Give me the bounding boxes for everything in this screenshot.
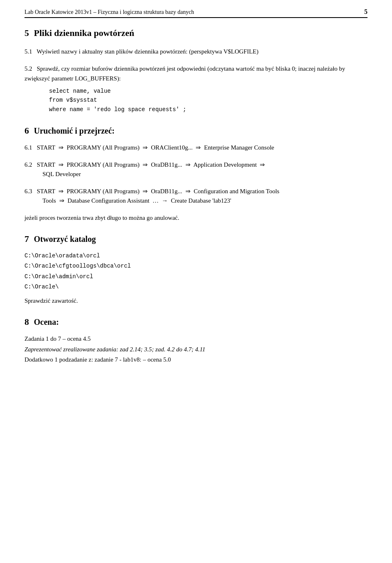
section-8-title: 8 Ocena: — [24, 317, 368, 327]
sub61-text: START — [37, 144, 55, 151]
page-number: 5 — [364, 8, 368, 16]
sub63-num: 6.3 — [24, 188, 32, 194]
sub63-arrow3: ⇒ — [185, 188, 191, 194]
sub62-programy: PROGRAMY (All Programs) — [67, 161, 140, 168]
sub62-arrow2: ⇒ — [143, 161, 148, 168]
sub61-arrow2: ⇒ — [143, 144, 148, 151]
subsection-6-1: 6.1 START ⇒ PROGRAMY (All Programs) ⇒ OR… — [24, 143, 368, 152]
sub62-path: OraDB11g... — [151, 161, 183, 168]
sub62-text: START — [37, 161, 55, 168]
sub63-arrow5: → — [162, 197, 168, 204]
sub61-num: 6.1 — [24, 144, 32, 151]
sub62-dest: SQL Developer — [42, 170, 368, 179]
sub62-arrow3: ⇒ — [185, 161, 191, 168]
catalog-paths: C:\Oracle\oradata\orclC:\Oracle\cfgtooll… — [24, 251, 368, 292]
section-5-title: 5 Pliki dziennika powtórzeń — [24, 28, 368, 38]
section-6-title: 6 Uruchomić i przejrzeć: — [24, 125, 368, 136]
sub62-arrow4: ⇒ — [260, 161, 265, 168]
sub52-code: select name, value from v$sysstat where … — [49, 87, 368, 114]
sub62-num: 6.2 — [24, 161, 32, 168]
sub61-arrow3: ⇒ — [196, 144, 201, 151]
section-6-number: 6 — [24, 125, 29, 136]
sub63-arrow4: ⇒ — [59, 197, 65, 204]
page-header: Lab Oracle Katowice 2013v1 – Fizyczna i … — [24, 8, 368, 18]
sub62-appdev: Application Development — [193, 161, 256, 168]
ocena-item: Zadania 1 do 7 – ocena 4.5 — [24, 334, 368, 344]
sub61-programy: PROGRAMY (All Programs) — [67, 144, 140, 151]
catalog-path-item: C:\Oracle\admin\orcl — [24, 272, 368, 282]
section-5: 5 Pliki dziennika powtórzeń 5.1 Wyświetl… — [24, 28, 368, 114]
subsection-6-2: 6.2 START ⇒ PROGRAMY (All Programs) ⇒ Or… — [24, 160, 368, 179]
catalog-path-item: C:\Oracle\oradata\orcl — [24, 251, 368, 261]
catalog-path-item: C:\Oracle\cfgtoollogs\dbca\orcl — [24, 261, 368, 271]
subsection-5-1: 5.1 Wyświetl nazwy i aktualny stan plikó… — [24, 47, 368, 56]
sub63-arrow1: ⇒ — [58, 188, 64, 194]
sub63-programy: PROGRAMY (All Programs) — [67, 188, 140, 194]
section-5-title-text: Pliki dziennika powtórzeń — [34, 28, 134, 38]
sub51-text: Wyświetl nazwy i aktualny stan plików dz… — [37, 48, 258, 55]
sub63-text: START — [37, 188, 55, 194]
sub63-arrow2: ⇒ — [143, 188, 148, 194]
ocena-items: Zadania 1 do 7 – ocena 4.5Zaprezentować … — [24, 334, 368, 365]
sub62-arrow1: ⇒ — [58, 161, 64, 168]
sub52-intro: Sprawdź, czy rozmiar buforów dziennika p… — [24, 65, 345, 82]
section-6: 6 Uruchomić i przejrzeć: 6.1 START ⇒ PRO… — [24, 125, 368, 222]
sub52-num: 5.2 — [24, 65, 32, 72]
sub63-dest1: Configuration and Migration Tools — [194, 188, 279, 194]
ocena-item: Zaprezentować zrealizowane zadania: zad … — [24, 344, 368, 355]
sub63-dest2: Database Configuration Assistant — [67, 197, 149, 204]
section-7-title: 7 Otworzyć katalog — [24, 234, 368, 244]
section-6-title-text: Uruchomić i przejrzeć: — [34, 126, 115, 136]
section7-note: Sprawdzić zawartość. — [24, 296, 368, 306]
sub61-arrow1: ⇒ — [58, 144, 64, 151]
header-title: Lab Oracle Katowice 2013v1 – Fizyczna i … — [24, 9, 194, 16]
sub63-ellipsis: … — [152, 197, 158, 204]
sub63-tools-label: Tools — [42, 197, 56, 204]
subsection-5-2: 5.2 Sprawdź, czy rozmiar buforów dzienni… — [24, 64, 368, 114]
section-8-number: 8 — [24, 317, 29, 327]
sub61-dest: Enterprise Manager Console — [204, 144, 274, 151]
sub63-dest3: Create Database 'lab123' — [171, 197, 231, 204]
subsection-6-3: 6.3 START ⇒ PROGRAMY (All Programs) ⇒ Or… — [24, 186, 368, 206]
catalog-paths-block: C:\Oracle\oradata\orclC:\Oracle\cfgtooll… — [24, 251, 368, 305]
section-8-title-text: Ocena: — [34, 317, 59, 327]
sub61-path: ORAClient10g... — [151, 144, 193, 151]
ocena-item: Dodatkowo 1 podzadanie z: zadanie 7 - la… — [24, 355, 368, 365]
catalog-path-item: C:\Oracle\ — [24, 282, 368, 292]
section-8: 8 Ocena: Zadania 1 do 7 – ocena 4.5Zapre… — [24, 317, 368, 365]
section-7-number: 7 — [24, 234, 29, 244]
section6-note: jeżeli proces tworzenia trwa zbyt długo … — [24, 213, 368, 223]
sub63-path: OraDB11g... — [151, 188, 183, 194]
sub51-num: 5.1 — [24, 48, 32, 55]
section-7-title-text: Otworzyć katalog — [34, 235, 96, 244]
section-7: 7 Otworzyć katalog C:\Oracle\oradata\orc… — [24, 234, 368, 305]
section-5-number: 5 — [24, 28, 29, 38]
